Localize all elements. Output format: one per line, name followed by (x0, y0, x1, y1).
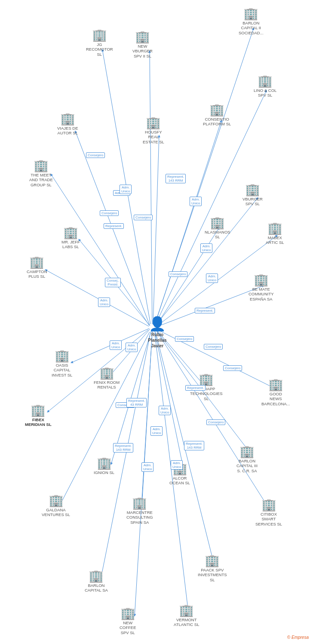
edge-label-adm-unico-lower: Adm.Unico (206, 273, 218, 283)
label-barlon3: BARLONCAPITAL IIIS. C.R. SA (236, 459, 258, 473)
label-barlon2: BARLONCAPITAL IISOCIEDAD... (239, 21, 264, 35)
building-icon-newcoffee: 🏢 (120, 608, 135, 620)
edge-label-adm-unico-lower2: Adm.Unico (150, 426, 163, 436)
edge-label-adm-unico-oasis1: Adm.Unico (110, 340, 122, 350)
label-marcentre: MARCENTRECONSULTINGSPAIN SA (126, 510, 153, 525)
node-campton[interactable]: 🏢 CAMPTONPLUS SL (27, 256, 47, 279)
svg-line-12 (45, 270, 149, 326)
node-newvburger[interactable]: 🏢 NEWVBURGERSPV II SL (132, 31, 153, 58)
label-vermont: VERMONTATLANTIC SL (174, 617, 199, 627)
label-nlasmanos: NLASMANOSSL (205, 230, 230, 240)
node-consentio[interactable]: 🏢 CONSENTIOPLATFORM SL (203, 104, 231, 127)
building-icon-galdana: 🏢 (49, 495, 64, 507)
label-citibox: CITIBOXSMARTSERVICES SL (255, 512, 282, 526)
node-oasis[interactable]: 🏢 OASISCAPITALINVEST SL (52, 350, 72, 377)
label-mabex: MABEXARTIC SL (266, 235, 284, 245)
node-vburger[interactable]: 🏢 VBURGERSPV SL (242, 184, 263, 207)
graph-container: 👤 Rubio Planellas Javier 🏢 BARLONCAPITAL… (0, 0, 313, 644)
label-ignion: IGNION SL (94, 470, 114, 475)
building-icon-mrjeff: 🏢 (63, 227, 78, 239)
building-icon-barlon3: 🏢 (239, 446, 255, 458)
edge-label-consejero-goodnews: Consejero (204, 344, 223, 349)
center-person-name: Rubio Planellas Javier (148, 332, 166, 349)
building-icon-bemate: 🏢 (254, 274, 269, 286)
building-icon-ignion: 🏢 (97, 457, 112, 469)
copyright: © Empresa (287, 635, 309, 640)
edge-label-consejero-badiapp: Consejero (175, 336, 194, 342)
node-paack[interactable]: 🏢 PAACK SPVINVESTMENTSSL (198, 555, 227, 582)
edge-label-consejero-badiapp2: Consejero (206, 419, 225, 425)
svg-line-6 (153, 135, 159, 325)
edge-label-repr-143-housfy: Represent.143 RRM (166, 174, 186, 183)
building-icon-themeet: 🏢 (34, 160, 49, 172)
label-vburger: VBURGERSPV SL (242, 197, 263, 207)
building-icon-consentio: 🏢 (209, 104, 224, 116)
label-viajes: VIAJES DEAUTOR SL (57, 126, 78, 136)
label-mrjeff: MR. JEFFLABS SL (61, 240, 80, 249)
building-icon-vburger: 🏢 (245, 184, 260, 196)
edge-label-consejero-mrjeff2: Consejero (134, 215, 153, 220)
node-vermont[interactable]: 🏢 VERMONTATLANTIC SL (174, 605, 199, 627)
edge-label-represent1: Represent. (104, 223, 124, 229)
building-icon-viajes: 🏢 (60, 113, 75, 125)
node-lino[interactable]: 🏢 LINO & COLSPV SL (254, 75, 276, 98)
node-barlon2[interactable]: 🏢 BARLONCAPITAL IISOCIEDAD... (239, 8, 264, 35)
building-icon-nlasmanos: 🏢 (210, 217, 225, 229)
building-icon-goodnews: 🏢 (268, 379, 283, 391)
node-barlon3[interactable]: 🏢 BARLONCAPITAL IIIS. C.R. SA (236, 446, 258, 473)
building-icon-fibex: 🏢 (31, 404, 46, 416)
edge-label-adm-unico-campton: Adm.Unico (98, 298, 110, 307)
label-alcor: ALCOROCEAN SL (169, 476, 190, 486)
label-newcoffee: NEWCOFFEESPV SL (120, 620, 136, 635)
building-icon-mabex: 🏢 (267, 222, 282, 234)
svg-line-20 (142, 331, 152, 506)
building-icon-newvburger: 🏢 (135, 31, 150, 43)
edge-label-adm-unico-vburger: Adm.Unico (190, 197, 202, 206)
node-citibox[interactable]: 🏢 CITIBOXSMARTSERVICES SL (255, 499, 282, 526)
node-fenix[interactable]: 🏢 FENIX ROOMRENTALS (94, 367, 120, 390)
label-fenix: FENIX ROOMRENTALS (94, 380, 120, 390)
label-lino: LINO & COLSPV SL (254, 88, 276, 98)
node-jg[interactable]: 🏢 JGRECOMOTORSL (86, 29, 113, 57)
edge-label-adm-unico-mid: Adm.Unico (159, 406, 171, 415)
building-icon-citibox: 🏢 (261, 499, 276, 511)
building-icon-campton: 🏢 (29, 256, 44, 268)
edge-label-consejero-viajes: Consejero (86, 152, 105, 158)
node-housfy[interactable]: 🏢 HOUSFYREALESTATE SL (143, 117, 164, 144)
node-ignion[interactable]: 🏢 IGNION SL (94, 457, 114, 475)
building-icon-vermont: 🏢 (179, 605, 194, 617)
node-nlasmanos[interactable]: 🏢 NLASMANOSSL (205, 217, 230, 240)
node-marcentre[interactable]: 🏢 MARCENTRECONSULTINGSPAIN SA (126, 497, 153, 525)
center-person-node[interactable]: 👤 Rubio Planellas Javier (140, 316, 175, 349)
node-viajes[interactable]: 🏢 VIAJES DEAUTOR SL (57, 113, 78, 136)
building-icon-paack: 🏢 (205, 555, 220, 567)
building-icon-lino: 🏢 (258, 75, 273, 87)
edge-label-adm-unico-marcentre: Adm.Unico (141, 462, 153, 472)
node-mrjeff[interactable]: 🏢 MR. JEFFLABS SL (61, 227, 80, 249)
label-goodnews: GOODNEWSBARCELONA... (261, 392, 290, 406)
building-icon-housfy: 🏢 (146, 117, 161, 129)
edge-label-consejero-nlasmanos: Consejero (169, 271, 187, 277)
node-newcoffee[interactable]: 🏢 NEWCOFFEESPV SL (120, 608, 136, 635)
node-galdana[interactable]: 🏢 GALDANAVENTURES SL (42, 495, 70, 517)
node-fibex[interactable]: 🏢 FIBEXMERIDIAN SL (25, 404, 52, 427)
label-oasis: OASISCAPITALINVEST SL (52, 363, 72, 377)
node-barlonsa[interactable]: 🏢 BARLONCAPITAL SA (85, 570, 108, 593)
label-paack: PAACK SPVINVESTMENTSSL (198, 568, 227, 582)
edge-label-consej-presid: Consej..Presid. (105, 278, 121, 287)
svg-line-27 (135, 333, 152, 616)
edge-label-repr-143-ignion: Represent.143 RRM (113, 443, 133, 453)
node-goodnews[interactable]: 🏢 GOODNEWSBARCELONA... (261, 379, 290, 406)
edge-label-represent-badiapp: Represent. (185, 385, 206, 391)
edge-label-adm-unico-oasis2: Adm.Unico (126, 343, 138, 352)
svg-line-23 (60, 332, 150, 504)
node-bemate[interactable]: 🏢 BE MATECOMMUNITYESPAÑA SA (249, 274, 274, 301)
building-icon-marcentre: 🏢 (132, 497, 147, 509)
node-themeet[interactable]: 🏢 THE MEETAND TRADEGROUP SL (29, 160, 53, 187)
node-mabex[interactable]: 🏢 MABEXARTIC SL (266, 222, 284, 245)
edge-label-represent-bemate: Represent. (195, 308, 215, 313)
label-newvburger: NEWVBURGERSPV II SL (132, 44, 153, 58)
building-icon-barlonsa: 🏢 (89, 570, 104, 582)
label-campton: CAMPTONPLUS SL (27, 269, 47, 279)
svg-line-3 (150, 51, 152, 324)
